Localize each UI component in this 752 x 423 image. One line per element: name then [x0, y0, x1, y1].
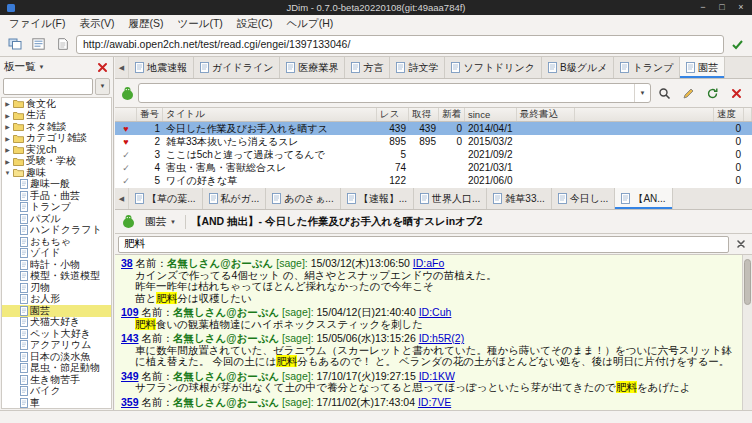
- column-header[interactable]: [115, 108, 137, 121]
- close-button[interactable]: ×: [736, 0, 746, 15]
- board-icon: [20, 248, 28, 258]
- column-header[interactable]: タイトル: [163, 108, 377, 121]
- document-icon: [272, 193, 281, 204]
- column-header[interactable]: 番号: [137, 108, 163, 121]
- sidebar-item-25[interactable]: バイク: [2, 386, 111, 398]
- post-header: 109 名前：名無しさん@おーぷん [sage]: 15/04/12(日)21:…: [121, 307, 736, 319]
- sidebar-close-icon[interactable]: [95, 60, 109, 74]
- maximize-button[interactable]: □: [717, 0, 727, 15]
- post-id-link[interactable]: ID:7VE: [418, 396, 451, 408]
- column-header[interactable]: 最終書込: [517, 108, 575, 121]
- expander-icon[interactable]: ▶: [4, 112, 11, 119]
- menu-item-tools[interactable]: ツール(T): [170, 16, 229, 32]
- column-header[interactable]: 取得: [409, 108, 439, 121]
- column-header[interactable]: 新着: [439, 108, 465, 121]
- thread-list-row[interactable]: ✓5ワイの好きな草1222021/06/00: [115, 174, 752, 187]
- thread-list-row[interactable]: ♥2雑草33本抜いたら消えるスレ89589502015/03/20: [115, 135, 752, 148]
- thread-tab-1[interactable]: 私がガ...: [203, 188, 267, 209]
- board-tab-5[interactable]: ソフトドリンク: [445, 57, 542, 78]
- thread-list-button[interactable]: [28, 35, 49, 54]
- thread-search-input[interactable]: [139, 84, 634, 102]
- column-header[interactable]: since: [465, 108, 517, 121]
- post-id-link[interactable]: ID:Cuh: [419, 306, 452, 318]
- chevron-down-icon: ▼: [170, 219, 176, 225]
- document-icon: [451, 62, 460, 73]
- thread-tab-4[interactable]: 世界人口...: [414, 188, 487, 209]
- post-id-link[interactable]: ID:aFo: [413, 257, 445, 269]
- sidebar-item-5[interactable]: ▶受験・学校: [2, 156, 111, 168]
- sidebar-item-17[interactable]: お人形: [2, 294, 111, 306]
- board-tab-4[interactable]: 詩文学: [390, 57, 445, 78]
- thread-tab-2[interactable]: あのさぁ...: [266, 188, 340, 209]
- expander-icon[interactable]: ▶: [4, 100, 11, 107]
- combo-dropdown-icon[interactable]: ▼: [634, 84, 650, 102]
- menu-item-history[interactable]: 履歴(S): [121, 16, 170, 32]
- post-number-link[interactable]: 38: [121, 257, 133, 269]
- board-tab-2[interactable]: 医療業界: [280, 57, 345, 78]
- post-id-link[interactable]: ID:1KW: [419, 370, 455, 382]
- expander-icon[interactable]: ▶: [4, 158, 11, 165]
- extract-search-input[interactable]: [118, 236, 729, 253]
- cell-speed: 0: [714, 175, 744, 186]
- expander-icon[interactable]: ▼: [4, 170, 11, 176]
- board-name-button[interactable]: 園芸 ▼: [141, 214, 180, 230]
- thread-tab-0[interactable]: 【草の葉...: [129, 188, 203, 209]
- column-header-filler: [575, 108, 714, 121]
- board-tab-7[interactable]: トランプ: [614, 57, 680, 78]
- thread-tab-7[interactable]: 【AN...: [615, 188, 672, 209]
- sidebar-search-dropdown-icon[interactable]: ▼: [95, 78, 110, 95]
- board-tab-3[interactable]: 方言: [345, 57, 390, 78]
- board-list-button[interactable]: [4, 35, 25, 54]
- post-number-link[interactable]: 143: [121, 332, 139, 344]
- expander-icon[interactable]: ▶: [4, 123, 11, 130]
- menu-item-settings[interactable]: 設定(C): [230, 16, 280, 32]
- scrollbar-thumb[interactable]: [744, 259, 751, 305]
- tab-scroll-left-icon[interactable]: ◀: [115, 57, 129, 78]
- article-view-button[interactable]: [52, 35, 73, 54]
- thread-tab-3[interactable]: 【速報】...: [341, 188, 414, 209]
- menu-item-help[interactable]: ヘルプ(H): [279, 16, 340, 32]
- chevron-down-icon[interactable]: ▼: [39, 64, 45, 70]
- tab-label: 雑草33...: [505, 192, 544, 206]
- menu-item-view[interactable]: 表示(V): [72, 16, 121, 32]
- sidebar-item-0[interactable]: ▶食文化: [2, 98, 111, 110]
- post-number-link[interactable]: 109: [121, 306, 139, 318]
- cell-speed: 0: [714, 136, 744, 147]
- new-thread-icon[interactable]: [678, 83, 699, 103]
- column-header[interactable]: 速度: [714, 108, 744, 121]
- minimize-button[interactable]: −: [698, 0, 708, 15]
- post-number-link[interactable]: 349: [121, 370, 139, 382]
- post-id-link[interactable]: ID:h5R(2): [419, 332, 465, 344]
- thread-list-row[interactable]: ✓3ここは5chと違って過疎ってるんで52021/09/20: [115, 148, 752, 161]
- search-icon[interactable]: [654, 83, 675, 103]
- board-tab-8[interactable]: 園芸: [680, 57, 725, 78]
- thread-tab-5[interactable]: 雑草33...: [487, 188, 551, 209]
- url-input[interactable]: [76, 35, 724, 54]
- sidebar-item-26[interactable]: 車: [2, 397, 111, 409]
- folder-icon: [13, 99, 24, 108]
- url-go-button[interactable]: [727, 35, 748, 54]
- thread-list-row[interactable]: ✓4害虫・害鳥・害獣総合スレ742021/03/10: [115, 161, 752, 174]
- thread-list-row[interactable]: ♥1今日した作業及びお手入れを晒すス43943902014/04/10: [115, 122, 752, 135]
- post-name: 名無しさん@おーぷん: [173, 396, 279, 408]
- board-tab-0[interactable]: 地震速報: [129, 57, 194, 78]
- column-header[interactable]: レス: [377, 108, 409, 121]
- post-date: 15/03/12(木)13:06:50: [311, 257, 413, 269]
- document-icon: [620, 62, 629, 73]
- article-scrollbar[interactable]: [742, 255, 752, 410]
- tab-scroll-left-icon[interactable]: ◀: [115, 188, 129, 209]
- sidebar-item-15[interactable]: 模型・鉄道模型: [2, 271, 111, 283]
- close-tab-icon[interactable]: [726, 83, 747, 103]
- expander-icon[interactable]: ▶: [4, 146, 11, 153]
- board-tab-6[interactable]: B級グルメ: [542, 57, 614, 78]
- post-number-link[interactable]: 359: [121, 396, 139, 408]
- clear-search-icon[interactable]: [732, 236, 749, 253]
- menu-item-file[interactable]: ファイル(F): [2, 16, 72, 32]
- post-header: 143 名前：名無しさん@おーぷん [sage]: 15/05/06(水)13:…: [121, 333, 736, 345]
- board-tab-1[interactable]: ガイドライン: [194, 57, 280, 78]
- cell-res: 74: [377, 162, 409, 173]
- expander-icon[interactable]: ▶: [4, 135, 11, 142]
- reload-icon[interactable]: [702, 83, 723, 103]
- thread-tab-6[interactable]: 今日し...: [552, 188, 616, 209]
- sidebar-search-input[interactable]: [3, 78, 93, 95]
